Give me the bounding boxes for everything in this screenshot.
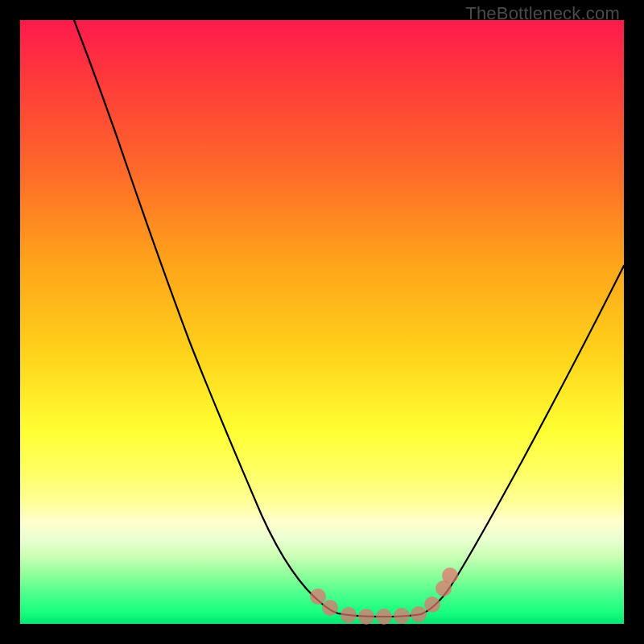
- left-branch-line: [74, 20, 338, 613]
- chart-overlay: [20, 20, 624, 624]
- marker-dot: [376, 609, 392, 625]
- marker-dot: [310, 588, 326, 605]
- marker-dot: [358, 609, 374, 625]
- marker-dot: [341, 607, 357, 623]
- marker-dot: [424, 597, 440, 613]
- plot-area: [20, 20, 624, 624]
- marker-dot: [442, 568, 458, 584]
- marker-dot: [322, 600, 338, 616]
- chart-frame: TheBottleneck.com: [0, 0, 644, 644]
- marker-dot: [394, 608, 410, 624]
- marker-group: [310, 568, 458, 625]
- marker-dot: [411, 606, 427, 622]
- right-branch-line: [421, 266, 624, 614]
